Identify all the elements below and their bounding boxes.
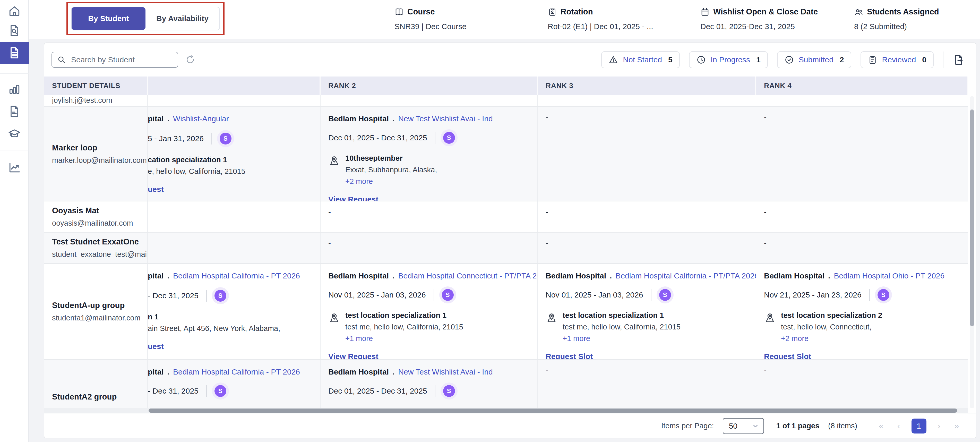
hospital-name: Bedlam Hospital: [328, 367, 389, 376]
separator-dot: .: [828, 271, 830, 280]
refresh-icon[interactable]: [185, 54, 196, 65]
table-row: StudentA-up group studenta1@mailinator.c…: [44, 264, 968, 360]
vertical-scrollbar-thumb[interactable]: [970, 110, 974, 326]
calendar-icon: [700, 7, 710, 16]
column-rank2: RANK 2: [321, 77, 538, 95]
request-slot-link[interactable]: Request Slot: [764, 352, 961, 359]
tab-by-student[interactable]: By Student: [72, 7, 145, 30]
filter-not-started[interactable]: Not Started 5: [601, 51, 679, 68]
empty-rank: -: [546, 113, 548, 121]
rank2-cell: -: [321, 201, 538, 232]
date-range: Nov 21, 2025 - Jan 23, 2026: [764, 290, 862, 299]
date-range: Dec 01, 2025 - Dec 31, 2025: [328, 387, 427, 396]
table-row: Ooyasis Mat ooyasis@mailinator.com - - -: [44, 201, 968, 233]
wishlist-dates-value: Dec 01, 2025-Dec 31, 2025: [700, 22, 845, 31]
more-link[interactable]: +2 more: [345, 177, 373, 186]
status-filters: Not Started 5 In Progress 1 Submitted 2 …: [601, 51, 964, 68]
separator-dot: .: [167, 114, 169, 123]
hospital-name: pital: [148, 271, 164, 280]
items-per-page-select[interactable]: 50: [723, 418, 764, 434]
search-input[interactable]: [70, 55, 173, 64]
table-row: joylish.j@test.com: [44, 95, 968, 107]
sidebar-item-trends[interactable]: [0, 156, 29, 179]
hospital-name: Bedlam Hospital: [764, 271, 824, 280]
filter-in-progress[interactable]: In Progress 1: [689, 51, 768, 68]
filter-reviewed[interactable]: Reviewed 0: [861, 51, 934, 68]
program-link[interactable]: Bedlam Hospital California - PT 2026: [173, 367, 300, 376]
students-assigned-value: 8 (2 Submitted): [854, 22, 980, 31]
empty-rank: -: [328, 239, 331, 247]
program-link[interactable]: Bedlam Hospital California - PT/PTA 2026: [616, 271, 756, 280]
filter-submitted[interactable]: Submitted 2: [777, 51, 851, 68]
program-link[interactable]: New Test Wishlist Avai - Ind: [398, 367, 493, 376]
info-wishlist-dates: Wishlist Open & Close Date Dec 01, 2025-…: [700, 7, 845, 31]
location-name: 10theseptember: [345, 154, 437, 163]
next-page-button[interactable]: ›: [935, 421, 943, 431]
location-map-icon: [546, 312, 557, 343]
view-request-link[interactable]: uest: [148, 342, 312, 351]
student-cell: StudentA2 group: [44, 360, 148, 408]
more-link[interactable]: +1 more: [345, 334, 373, 343]
more-link[interactable]: +2 more: [781, 334, 808, 343]
sidebar-divider: [0, 73, 29, 74]
request-slot-link[interactable]: Request Slot: [546, 352, 748, 359]
location-address: e, hello low, California, 21015: [148, 167, 245, 176]
sidebar-item-education[interactable]: [0, 123, 29, 145]
separator-dot: .: [392, 114, 395, 123]
trend-chart-icon: [8, 161, 21, 174]
location-name: test location specialization 1: [345, 311, 463, 320]
filter-label: Reviewed: [882, 55, 916, 64]
submitted-badge: S: [442, 289, 454, 301]
rank3-cell: -: [538, 201, 756, 232]
horizontal-scrollbar-thumb[interactable]: [149, 408, 957, 413]
view-request-link[interactable]: uest: [148, 185, 312, 194]
course-value: SNR39 | Dec Course: [395, 22, 539, 31]
more-link[interactable]: +1 more: [563, 334, 590, 343]
items-per-page-label: Items per Page:: [661, 422, 714, 430]
program-link[interactable]: Bedlam Hospital California - PT 2026: [173, 271, 300, 280]
column-rank3: RANK 3: [538, 77, 756, 95]
divider: [434, 289, 434, 301]
items-count-info: (8 items): [828, 422, 857, 430]
last-page-button[interactable]: »: [952, 421, 961, 431]
program-link[interactable]: Bedlam Hospital Ohio - PT 2026: [834, 271, 945, 280]
sidebar-item-wishlist-active[interactable]: [0, 42, 29, 64]
filter-count: 5: [668, 55, 673, 64]
sidebar-divider: [0, 150, 29, 150]
rank1-cell: pital . Bedlam Hospital California - PT …: [148, 264, 321, 359]
rank4-cell: -: [756, 233, 968, 263]
page-info: 1 of 1 pages: [776, 422, 819, 430]
rank4-cell: Bedlam Hospital . Bedlam Hospital Ohio -…: [756, 264, 968, 359]
current-page-button[interactable]: 1: [912, 418, 926, 434]
program-link[interactable]: Bedlam Hospital Connecticut - PT/PTA 202…: [398, 271, 538, 280]
rank3-cell: -: [538, 360, 756, 408]
view-request-link[interactable]: View Request: [328, 195, 530, 201]
table-row: Marker loop marker.loop@mailinator.com p…: [44, 107, 968, 201]
sidebar-item-home[interactable]: [0, 0, 29, 22]
view-request-link[interactable]: View Request: [328, 352, 530, 359]
rank2-cell: -: [321, 233, 538, 263]
hospital-name: Bedlam Hospital: [546, 271, 606, 280]
info-label-text: Students Assigned: [867, 7, 939, 16]
file-lines-icon: [8, 46, 21, 59]
info-label-text: Wishlist Open & Close Date: [713, 7, 818, 16]
sidebar-item-analytics[interactable]: [0, 78, 29, 100]
column-rank4: RANK 4: [756, 77, 968, 95]
hospital-name: Bedlam Hospital: [328, 271, 389, 280]
location-name: test location specialization 1: [563, 311, 681, 320]
graduation-cap-icon: [8, 127, 21, 140]
program-link[interactable]: New Test Wishlist Avai - Ind: [398, 114, 493, 123]
program-link[interactable]: Wishlist-Angular: [173, 114, 229, 123]
toolbar-divider: [943, 51, 943, 68]
export-icon[interactable]: [953, 54, 964, 66]
student-cell: Ooyasis Mat ooyasis@mailinator.com: [44, 201, 148, 232]
location-map-icon: [764, 312, 776, 343]
student-email: ooyasis@mailinator.com: [52, 219, 140, 227]
tab-by-availability[interactable]: By Availability: [145, 7, 220, 30]
sidebar-item-reports[interactable]: [0, 100, 29, 122]
prev-page-button[interactable]: ‹: [895, 421, 903, 431]
submitted-badge: S: [215, 385, 226, 397]
submitted-badge: S: [215, 290, 226, 302]
first-page-button[interactable]: «: [876, 421, 886, 431]
sidebar-item-file-search[interactable]: [0, 19, 29, 42]
